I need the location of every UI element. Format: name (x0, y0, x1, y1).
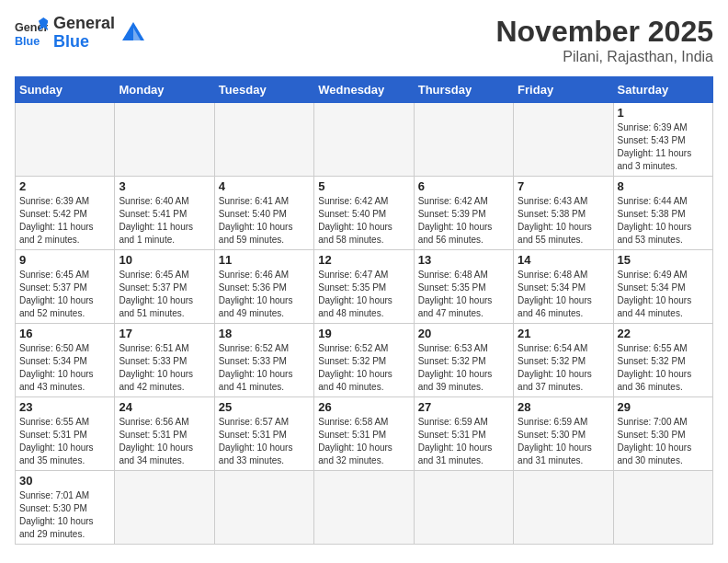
weekday-header-thursday: Thursday (414, 77, 513, 103)
calendar-cell: 3Sunrise: 6:40 AM Sunset: 5:41 PM Daylig… (115, 177, 214, 250)
day-number: 11 (219, 253, 310, 267)
calendar-cell: 8Sunrise: 6:44 AM Sunset: 5:38 PM Daylig… (613, 177, 712, 250)
day-info: Sunrise: 6:56 AM Sunset: 5:31 PM Dayligh… (119, 416, 210, 467)
calendar-cell: 16Sunrise: 6:50 AM Sunset: 5:34 PM Dayli… (16, 324, 115, 397)
day-number: 29 (618, 400, 709, 414)
day-info: Sunrise: 6:51 AM Sunset: 5:33 PM Dayligh… (119, 342, 210, 394)
day-info: Sunrise: 6:41 AM Sunset: 5:40 PM Dayligh… (219, 195, 310, 247)
day-number: 13 (418, 253, 509, 267)
calendar-cell (514, 471, 613, 545)
day-number: 27 (418, 400, 509, 414)
day-info: Sunrise: 6:52 AM Sunset: 5:32 PM Dayligh… (318, 342, 409, 394)
day-info: Sunrise: 6:42 AM Sunset: 5:40 PM Dayligh… (318, 195, 409, 247)
day-number: 23 (19, 400, 110, 414)
calendar-cell: 2Sunrise: 6:39 AM Sunset: 5:42 PM Daylig… (16, 177, 115, 250)
svg-text:Blue: Blue (15, 34, 40, 47)
location: Pilani, Rajasthan, India (495, 49, 713, 65)
calendar-cell: 12Sunrise: 6:47 AM Sunset: 5:35 PM Dayli… (314, 250, 414, 324)
calendar-cell: 7Sunrise: 6:43 AM Sunset: 5:38 PM Daylig… (514, 177, 613, 250)
calendar-cell: 29Sunrise: 7:00 AM Sunset: 5:30 PM Dayli… (613, 397, 712, 471)
calendar-cell: 9Sunrise: 6:45 AM Sunset: 5:37 PM Daylig… (16, 250, 115, 324)
calendar-week-row: 16Sunrise: 6:50 AM Sunset: 5:34 PM Dayli… (16, 324, 713, 397)
calendar-week-row: 1Sunrise: 6:39 AM Sunset: 5:43 PM Daylig… (16, 103, 713, 177)
calendar-cell: 28Sunrise: 6:59 AM Sunset: 5:30 PM Dayli… (514, 397, 613, 471)
calendar-cell (115, 103, 214, 177)
day-number: 28 (518, 400, 609, 414)
day-number: 14 (518, 253, 609, 267)
logo: General Blue General Blue (15, 15, 146, 52)
calendar-cell (214, 471, 313, 545)
calendar-week-row: 30Sunrise: 7:01 AM Sunset: 5:30 PM Dayli… (16, 471, 713, 545)
calendar-cell: 19Sunrise: 6:52 AM Sunset: 5:32 PM Dayli… (314, 324, 414, 397)
calendar-cell (414, 103, 513, 177)
weekday-header-monday: Monday (115, 77, 214, 103)
day-number: 1 (618, 106, 709, 120)
day-number: 10 (119, 253, 210, 267)
day-number: 22 (618, 327, 709, 340)
logo-icon: General Blue (15, 17, 48, 50)
weekday-header-row: SundayMondayTuesdayWednesdayThursdayFrid… (16, 77, 713, 103)
calendar-cell: 14Sunrise: 6:48 AM Sunset: 5:34 PM Dayli… (514, 250, 613, 324)
weekday-header-friday: Friday (514, 77, 613, 103)
calendar-cell: 6Sunrise: 6:42 AM Sunset: 5:39 PM Daylig… (414, 177, 513, 250)
day-info: Sunrise: 6:49 AM Sunset: 5:34 PM Dayligh… (618, 269, 709, 320)
day-info: Sunrise: 6:44 AM Sunset: 5:38 PM Dayligh… (618, 195, 709, 247)
calendar-cell: 13Sunrise: 6:48 AM Sunset: 5:35 PM Dayli… (414, 250, 513, 324)
calendar-cell (115, 471, 214, 545)
day-info: Sunrise: 6:58 AM Sunset: 5:31 PM Dayligh… (318, 416, 409, 467)
day-info: Sunrise: 6:39 AM Sunset: 5:42 PM Dayligh… (19, 195, 110, 247)
day-number: 6 (418, 179, 509, 193)
day-info: Sunrise: 6:59 AM Sunset: 5:30 PM Dayligh… (518, 416, 609, 467)
day-number: 18 (219, 327, 310, 340)
day-number: 20 (418, 327, 509, 340)
day-number: 15 (618, 253, 709, 267)
day-number: 4 (219, 179, 310, 193)
day-info: Sunrise: 6:48 AM Sunset: 5:35 PM Dayligh… (418, 269, 509, 320)
day-info: Sunrise: 6:47 AM Sunset: 5:35 PM Dayligh… (318, 269, 409, 320)
day-info: Sunrise: 6:55 AM Sunset: 5:31 PM Dayligh… (19, 416, 110, 467)
day-number: 3 (119, 179, 210, 193)
calendar-cell (414, 471, 513, 545)
calendar-cell (514, 103, 613, 177)
day-number: 26 (318, 400, 409, 414)
calendar-cell: 22Sunrise: 6:55 AM Sunset: 5:32 PM Dayli… (613, 324, 712, 397)
day-number: 9 (19, 253, 110, 267)
calendar-cell (314, 103, 414, 177)
calendar-cell (314, 471, 414, 545)
calendar-cell: 21Sunrise: 6:54 AM Sunset: 5:32 PM Dayli… (514, 324, 613, 397)
day-info: Sunrise: 6:40 AM Sunset: 5:41 PM Dayligh… (119, 195, 210, 247)
day-info: Sunrise: 6:55 AM Sunset: 5:32 PM Dayligh… (618, 342, 709, 394)
day-number: 16 (19, 327, 110, 340)
calendar-table: SundayMondayTuesdayWednesdayThursdayFrid… (15, 76, 713, 545)
calendar-week-row: 23Sunrise: 6:55 AM Sunset: 5:31 PM Dayli… (16, 397, 713, 471)
logo-triangle-icon (120, 20, 146, 46)
calendar-cell: 26Sunrise: 6:58 AM Sunset: 5:31 PM Dayli… (314, 397, 414, 471)
calendar-cell: 11Sunrise: 6:46 AM Sunset: 5:36 PM Dayli… (214, 250, 313, 324)
calendar-cell: 25Sunrise: 6:57 AM Sunset: 5:31 PM Dayli… (214, 397, 313, 471)
day-info: Sunrise: 6:43 AM Sunset: 5:38 PM Dayligh… (518, 195, 609, 247)
day-number: 30 (19, 474, 110, 488)
day-number: 8 (618, 179, 709, 193)
calendar-cell: 27Sunrise: 6:59 AM Sunset: 5:31 PM Dayli… (414, 397, 513, 471)
day-info: Sunrise: 6:54 AM Sunset: 5:32 PM Dayligh… (518, 342, 609, 394)
day-number: 2 (19, 179, 110, 193)
calendar-cell (613, 471, 712, 545)
calendar-cell: 18Sunrise: 6:52 AM Sunset: 5:33 PM Dayli… (214, 324, 313, 397)
calendar-week-row: 9Sunrise: 6:45 AM Sunset: 5:37 PM Daylig… (16, 250, 713, 324)
day-info: Sunrise: 6:45 AM Sunset: 5:37 PM Dayligh… (19, 269, 110, 320)
calendar-cell: 10Sunrise: 6:45 AM Sunset: 5:37 PM Dayli… (115, 250, 214, 324)
day-info: Sunrise: 6:45 AM Sunset: 5:37 PM Dayligh… (119, 269, 210, 320)
calendar-cell: 15Sunrise: 6:49 AM Sunset: 5:34 PM Dayli… (613, 250, 712, 324)
day-number: 12 (318, 253, 409, 267)
month-title: November 2025 (495, 15, 713, 49)
page-header: General Blue General Blue November 2025 … (15, 15, 713, 65)
day-number: 25 (219, 400, 310, 414)
calendar-cell (214, 103, 313, 177)
calendar-cell: 1Sunrise: 6:39 AM Sunset: 5:43 PM Daylig… (613, 103, 712, 177)
calendar-cell: 17Sunrise: 6:51 AM Sunset: 5:33 PM Dayli… (115, 324, 214, 397)
day-info: Sunrise: 6:48 AM Sunset: 5:34 PM Dayligh… (518, 269, 609, 320)
logo-blue-text: Blue (53, 33, 115, 52)
day-info: Sunrise: 7:00 AM Sunset: 5:30 PM Dayligh… (618, 416, 709, 467)
day-info: Sunrise: 6:59 AM Sunset: 5:31 PM Dayligh… (418, 416, 509, 467)
day-info: Sunrise: 6:42 AM Sunset: 5:39 PM Dayligh… (418, 195, 509, 247)
